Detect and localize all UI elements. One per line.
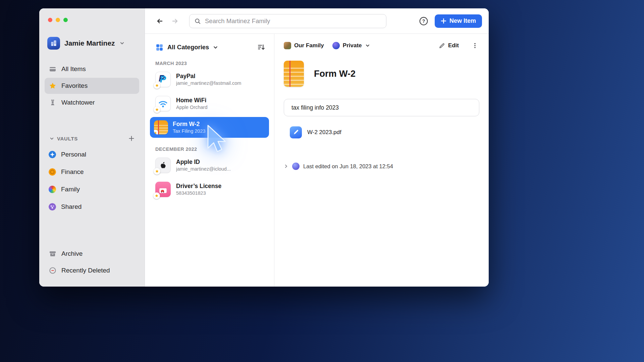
svg-text:?: ? — [422, 18, 425, 23]
finance-vault-icon — [49, 168, 56, 176]
app-window: Jamie Martinez All Items Favorites — [39, 8, 489, 287]
desktop-background: Jamie Martinez All Items Favorites — [0, 0, 644, 362]
add-vault-button[interactable] — [127, 134, 136, 143]
shared-with-label: Our Family — [294, 42, 324, 49]
sort-descending-icon — [257, 43, 265, 51]
star-icon — [49, 82, 57, 90]
search-icon — [194, 18, 201, 24]
new-item-label: New Item — [449, 17, 476, 24]
detail-header: Our Family Private Edit — [274, 41, 489, 50]
categories-grid-icon — [155, 43, 164, 52]
plus-icon — [441, 18, 446, 24]
favorite-badge-icon — [154, 82, 160, 89]
sort-button[interactable] — [257, 43, 266, 52]
new-item-button[interactable]: New Item — [435, 14, 482, 28]
item-title: PayPal — [176, 72, 241, 80]
chevron-down-icon[interactable] — [49, 136, 54, 141]
note-document-icon-large — [284, 61, 304, 87]
archive-icon — [49, 250, 57, 258]
zoom-window-button[interactable] — [63, 18, 68, 22]
sidebar-footer: Archive Recently Deleted — [39, 246, 145, 279]
back-button[interactable] — [155, 16, 164, 26]
last-edited-row[interactable]: Last edited on Jun 18, 2023 at 12:54 — [284, 163, 479, 170]
item-subtitle: Apple Orchard — [176, 104, 208, 111]
list-item-paypal[interactable]: PP PayPal jamie_martinez@fastmail.com — [145, 67, 274, 92]
favorite-badge-icon — [154, 106, 160, 113]
window-controls — [48, 18, 145, 22]
sidebar-spacer — [39, 215, 145, 246]
editor-avatar — [292, 163, 300, 170]
list-item-home-wifi[interactable]: Home WiFi Apple Orchard — [145, 92, 274, 116]
ellipsis-vertical-icon — [472, 42, 478, 49]
sidebar-item-archive[interactable]: Archive — [45, 246, 139, 262]
shared-with-family-icon — [284, 42, 291, 49]
vault-item-shared[interactable]: Shared — [45, 198, 139, 215]
toolbar: ? New Item — [145, 8, 489, 34]
edit-button[interactable]: Edit — [439, 42, 459, 49]
account-switcher[interactable]: Jamie Martinez — [47, 37, 139, 50]
arrow-right-icon — [171, 17, 179, 25]
list-item-apple-id[interactable]: Apple ID jamie_martinez@icloud... — [145, 153, 274, 177]
wifi-icon — [155, 96, 171, 111]
search-input[interactable] — [204, 17, 381, 25]
attachment-row[interactable]: W-2 2023.pdf — [284, 126, 479, 138]
item-title: Home WiFi — [176, 97, 208, 105]
search-box[interactable] — [189, 14, 386, 28]
sidebar-item-watchtower[interactable]: Watchtower — [45, 95, 139, 111]
sidebar-item-label: Favorites — [61, 82, 88, 89]
list-item-form-w2-selected[interactable]: Form W-2 Tax Filing 2023 — [150, 117, 269, 138]
card-icon — [49, 65, 57, 73]
forward-button[interactable] — [170, 16, 180, 26]
shared-vault-icon — [49, 203, 56, 210]
sidebar-item-recently-deleted[interactable]: Recently Deleted — [45, 262, 139, 279]
help-button[interactable]: ? — [419, 16, 429, 26]
personal-vault-icon — [49, 151, 56, 158]
vault-label: Finance — [61, 168, 84, 176]
item-detail-pane: Our Family Private Edit — [274, 34, 489, 287]
item-title: Driver’s License — [176, 182, 221, 190]
help-icon: ? — [419, 16, 428, 26]
content-area: All Categories MARCH 2023 — [145, 34, 489, 287]
notes-field[interactable]: tax filing info 2023 — [284, 99, 479, 116]
item-detail-title: Form W-2 — [314, 69, 356, 79]
favorite-badge-icon — [153, 192, 160, 199]
tower-icon — [49, 99, 57, 107]
favorite-badge-icon — [154, 168, 160, 175]
list-section-header: DECEMBER 2022 — [145, 146, 274, 152]
note-document-icon — [154, 120, 168, 134]
more-options-button[interactable] — [471, 41, 479, 50]
vaults-label: VAULTS — [57, 136, 78, 141]
sidebar-item-label: Recently Deleted — [61, 267, 110, 274]
recently-deleted-icon — [49, 266, 57, 275]
vault-item-finance[interactable]: Finance — [45, 164, 139, 180]
sidebar-item-label: Archive — [61, 250, 83, 257]
paypal-icon: PP — [155, 72, 171, 87]
list-item-drivers-license[interactable]: Driver’s License 58343501823 — [145, 177, 274, 201]
private-vault-icon — [332, 42, 340, 49]
item-subtitle: Tax Filing 2023 — [173, 128, 206, 134]
sidebar-item-favorites[interactable]: Favorites — [45, 78, 139, 94]
vault-item-personal[interactable]: Personal — [45, 146, 139, 163]
building-icon — [50, 39, 58, 47]
chevron-right-icon[interactable] — [284, 164, 288, 169]
account-avatar — [47, 37, 60, 50]
apple-icon — [155, 158, 171, 173]
vaults-header: VAULTS — [49, 134, 136, 143]
close-window-button[interactable] — [48, 18, 52, 22]
vault-selector-label[interactable]: Private — [343, 42, 362, 49]
sidebar-item-all-items[interactable]: All Items — [45, 61, 139, 77]
vault-item-family[interactable]: Family — [45, 181, 139, 198]
minimize-window-button[interactable] — [56, 18, 60, 22]
item-title: Apple ID — [176, 158, 231, 166]
account-name: Jamie Martinez — [64, 39, 115, 47]
chevron-down-icon[interactable] — [365, 43, 370, 48]
chevron-down-icon[interactable] — [213, 45, 218, 50]
category-selector-label[interactable]: All Categories — [167, 44, 209, 51]
plus-icon — [128, 135, 135, 142]
item-subtitle: 58343501823 — [176, 190, 221, 196]
sidebar-item-label: Watchtower — [61, 99, 95, 106]
item-subtitle: jamie_martinez@fastmail.com — [176, 80, 241, 86]
category-bar: All Categories — [145, 41, 274, 53]
vault-label: Shared — [61, 203, 82, 210]
pencil-icon — [439, 43, 445, 49]
